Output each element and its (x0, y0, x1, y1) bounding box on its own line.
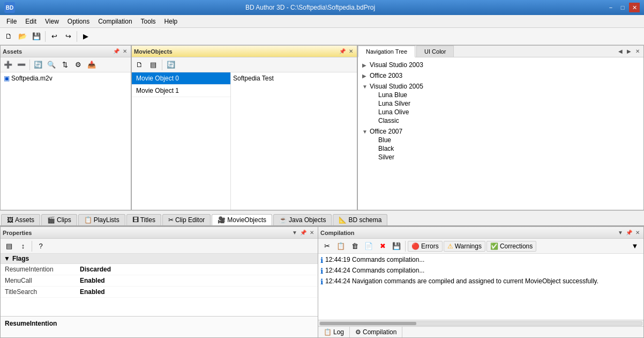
blue-label: Blue (378, 136, 391, 144)
tab-ui-color[interactable]: UI Color (416, 46, 454, 57)
movie-objects-panel: MovieObjects 📌 ✕ 🗋 ▤ 🔄 Movie Object 0 Mo… (131, 45, 357, 210)
comp-close-btn[interactable]: ✕ (634, 229, 641, 237)
vs2005-toggle: ▼ (362, 84, 369, 90)
comp-pin-btn[interactable]: 📌 (625, 229, 633, 237)
assets-search-btn[interactable]: 🔍 (45, 58, 58, 71)
movie-close-btn[interactable]: ✕ (347, 48, 355, 55)
menu-compilation[interactable]: Compilation (94, 17, 136, 26)
classic-item[interactable]: Classic (369, 116, 641, 125)
luna-silver-item[interactable]: Luna Silver (369, 99, 641, 108)
assets-toolbar: ➕ ➖ 🔄 🔍 ⇅ ⚙ 📥 (1, 57, 131, 72)
movie-grid-btn[interactable]: ▤ (147, 58, 160, 71)
toolbar-run[interactable]: ▶ (79, 30, 92, 43)
menu-help[interactable]: Help (160, 17, 182, 26)
minimize-button[interactable]: − (605, 3, 616, 12)
comp-warnings-btn[interactable]: ⚠ Warnings (444, 241, 485, 252)
movie-add-btn[interactable]: 🗋 (133, 58, 146, 71)
props-pin-btn[interactable]: 📌 (299, 229, 307, 237)
assets-panel-title: Assets (3, 48, 110, 55)
menu-edit[interactable]: Edit (21, 17, 41, 26)
menu-view[interactable]: View (41, 17, 63, 26)
black-item[interactable]: Black (369, 144, 641, 153)
comp-scrollbar-thumb[interactable] (320, 322, 416, 325)
comp-doc-btn[interactable]: 📄 (362, 240, 375, 253)
props-down-btn[interactable]: ▼ (291, 229, 298, 237)
comp-trash-btn[interactable]: 🗑 (348, 240, 361, 253)
comp-down-btn[interactable]: ▼ (617, 229, 624, 237)
assets-refresh-btn[interactable]: 🔄 (32, 58, 44, 71)
movie-list-item-1[interactable]: Movie Object 1 (132, 85, 230, 97)
props-close-btn[interactable]: ✕ (308, 229, 316, 237)
tab-clips[interactable]: 🎬 Clips (41, 214, 77, 225)
movie-panel-header: MovieObjects 📌 ✕ (132, 46, 357, 57)
comp-save-btn[interactable]: 💾 (390, 240, 403, 253)
tree-node-office2007-line[interactable]: ▼ Office 2007 (360, 127, 641, 136)
menu-file[interactable]: File (2, 17, 21, 26)
comp-scrollbar-track[interactable] (319, 321, 642, 326)
tab-playlists[interactable]: 📋 PlayLists (78, 214, 125, 225)
assets-filter-btn[interactable]: ⚙ (72, 58, 85, 71)
office2003-toggle: ▶ (362, 73, 369, 79)
tab-assets[interactable]: 🖼 Assets (1, 214, 40, 225)
movie-pin-btn[interactable]: 📌 (339, 48, 346, 55)
props-controls: ▼ 📌 ✕ (291, 229, 316, 237)
silver-item[interactable]: Silver (369, 153, 641, 161)
assets-pin-btn[interactable]: 📌 (113, 48, 120, 55)
comp-errors-btn[interactable]: 🔴 Errors (408, 241, 443, 252)
comp-footer-log-tab[interactable]: 📋 Log (318, 327, 350, 337)
asset-item-softpedia[interactable]: ▣ Softpedia.m2v (2, 74, 130, 83)
comp-scrollbar-area[interactable] (318, 320, 643, 326)
movie-list-item-0[interactable]: Movie Object 0 (132, 72, 230, 85)
tree-node-vs2003: ▶ Visual Studio 2003 (360, 60, 641, 70)
assets-add-btn[interactable]: ➕ (2, 58, 14, 71)
tab-navigation-tree[interactable]: Navigation Tree (358, 46, 415, 57)
comp-corrections-btn[interactable]: ✅ Corrections (486, 241, 536, 252)
comp-panel-title: Compilation (320, 230, 615, 236)
toolbar-undo[interactable]: ↩ (48, 30, 61, 43)
toolbar-open[interactable]: 📂 (16, 30, 29, 43)
tab-clip-editor[interactable]: ✂ Clip Editor (162, 214, 211, 225)
nav-next-btn[interactable]: ▶ (625, 48, 633, 55)
comp-copy-btn[interactable]: 📋 (334, 240, 347, 253)
tab-titles-icon: 🎞 (132, 216, 139, 224)
blue-item[interactable]: Blue (369, 136, 641, 144)
toolbar-new[interactable]: 🗋 (2, 30, 15, 43)
tree-node-office2003-line[interactable]: ▶ Office 2003 (360, 71, 641, 80)
tree-node-vs2003-line[interactable]: ▶ Visual Studio 2003 (360, 61, 641, 69)
assets-sort-btn[interactable]: ⇅ (58, 58, 71, 71)
comp-controls: ▼ 📌 ✕ (617, 229, 641, 237)
assets-close-btn[interactable]: ✕ (121, 48, 129, 55)
tab-titles[interactable]: 🎞 Titles (126, 214, 161, 225)
assets-import-btn[interactable]: 📥 (85, 58, 98, 71)
tab-bd-schema[interactable]: 📐 BD schema (333, 214, 387, 225)
comp-errors-label: Errors (421, 243, 439, 250)
tree-node-vs2005-line[interactable]: ▼ Visual Studio 2005 (360, 82, 641, 91)
props-help-btn[interactable]: ? (34, 240, 47, 253)
comp-footer-compilation-label: Compilation (363, 328, 396, 336)
toolbar-redo[interactable]: ↪ (62, 30, 74, 43)
comp-more-btn[interactable]: ▼ (628, 240, 641, 253)
props-sort-cat-btn[interactable]: ▤ (3, 240, 16, 253)
comp-toolbar: ✂ 📋 🗑 📄 ✖ 💾 🔴 Errors ⚠ Warnings ✅ Correc… (318, 239, 643, 254)
nav-close-btn[interactable]: ✕ (634, 48, 641, 55)
comp-cut-btn[interactable]: ✂ (320, 240, 333, 253)
luna-olive-item[interactable]: Luna Olive (369, 108, 641, 116)
assets-content: ▣ Softpedia.m2v (1, 72, 131, 210)
luna-olive-label: Luna Olive (378, 108, 409, 116)
props-sort-alpha-btn[interactable]: ↕ (17, 240, 29, 253)
menu-tools[interactable]: Tools (137, 17, 160, 26)
vs2005-children: Luna Blue Luna Silver Luna Olive (360, 91, 641, 125)
menu-options[interactable]: Options (63, 17, 94, 26)
maximize-button[interactable]: □ (617, 3, 628, 12)
tab-movie-objects[interactable]: 🎥 MovieObjects (212, 214, 272, 225)
nav-prev-btn[interactable]: ◀ (617, 48, 624, 55)
tab-java-objects[interactable]: ☕ Java Objects (273, 214, 332, 225)
movie-refresh-btn[interactable]: 🔄 (164, 58, 177, 71)
comp-stop-btn[interactable]: ✖ (376, 240, 389, 253)
assets-remove-btn[interactable]: ➖ (15, 58, 28, 71)
close-button[interactable]: ✕ (629, 3, 640, 12)
comp-footer-compilation-tab[interactable]: ⚙ Compilation (350, 327, 402, 337)
luna-blue-item[interactable]: Luna Blue (369, 91, 641, 99)
toolbar-save[interactable]: 💾 (30, 30, 43, 43)
asset-item-label: Softpedia.m2v (11, 75, 53, 82)
